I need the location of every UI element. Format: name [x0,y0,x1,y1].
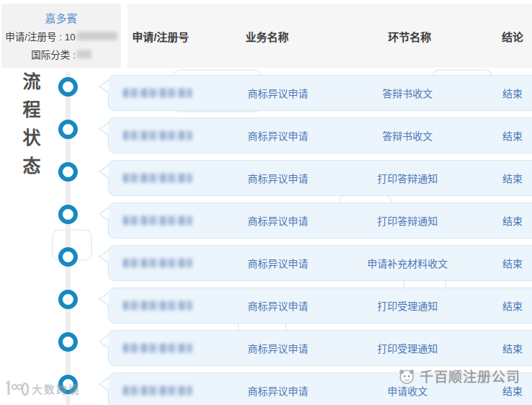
stage-name-cell: 申请补充材料收文 [367,256,448,270]
stage-name-cell: 打印答辩通知 [377,171,438,185]
table-header: 申请/注册号 业务名称 环节名称 结论 [127,4,532,68]
registration-number-redacted [123,344,192,353]
timeline-node [58,120,78,139]
trademark-name: 嘉多賓 [45,10,77,25]
flow-step-row: 商标异议申请 答辩书收文 结束 [108,117,532,153]
registration-number-redacted [77,32,117,40]
watermark-bottom-left: 大数跨境 [4,380,81,396]
stage-name-cell: 打印答辩通知 [377,213,438,228]
business-name-cell: 商标异议申请 [248,383,308,398]
stage-name-cell: 答辩书收文 [382,128,433,143]
registration-number-line: 申请/注册号 : 10 [5,29,117,43]
timeline-node [58,77,78,97]
trademark-flow-status-page: 嘉多賓 申请/注册号 : 10 国际分类 : 申请/注册号 业务名称 环节名称 … [0,0,532,405]
conclusion-cell: 结束 [502,256,523,270]
registration-number-redacted [123,386,192,396]
business-name-cell: 商标异议申请 [248,128,308,143]
column-header-conclusion: 结论 [502,28,523,43]
international-class-label: 国际分类 : [31,47,76,61]
registration-number-redacted [123,131,192,141]
business-name-cell: 商标异议申请 [248,171,308,185]
watermark-bottom-right-text: 千百顺注册公司 [420,366,520,386]
stage-name-cell: 打印受理通知 [377,341,438,355]
timeline-node [58,332,78,352]
flow-step-row: 商标异议申请 打印受理通知 结束 [108,330,532,366]
column-header-stage-name: 环节名称 [388,28,431,43]
dashu-kuajing-logo-icon [4,380,29,396]
flow-step-row: 商标异议申请 打印受理通知 结束 [108,288,532,324]
trademark-info-card: 嘉多賓 申请/注册号 : 10 国际分类 : [1,4,121,68]
international-class-line: 国际分类 : [31,47,91,61]
watermark-bottom-right: 千百顺注册公司 [397,366,520,386]
conclusion-cell: 结束 [502,213,523,228]
international-class-redacted [77,50,91,58]
flow-step-row: 商标异议申请 申请补充材料收文 结束 [108,245,532,281]
timeline-node [58,290,78,309]
business-name-cell: 商标异议申请 [248,341,308,355]
conclusion-cell: 结束 [502,298,523,313]
flow-status-vertical-label: 流程状态 [20,72,40,184]
business-name-cell: 商标异议申请 [248,213,308,228]
stage-name-cell: 答辩书收文 [382,86,433,100]
registration-number-label: 申请/注册号 : 10 [5,29,76,43]
conclusion-cell: 结束 [502,128,523,143]
conclusion-cell: 结束 [502,86,523,100]
flow-step-row: 商标异议申请 打印答辩通知 结束 [108,202,532,239]
flow-step-row: 商标异议申请 答辩书收文 结束 [108,75,532,111]
registration-number-redacted [123,216,192,226]
column-header-registration-number: 申请/注册号 [132,28,189,43]
timeline-node [58,205,78,224]
flow-step-row: 商标异议申请 打印答辩通知 结束 [108,160,532,196]
registration-number-redacted [123,301,192,311]
watermark-bottom-left-text: 大数跨境 [32,381,81,396]
timeline-node [58,247,78,267]
column-header-business-name: 业务名称 [245,28,289,43]
business-name-cell: 商标异议申请 [248,86,308,100]
registration-number-redacted [123,174,192,183]
stage-name-cell: 申请收文 [387,383,428,398]
conclusion-cell: 结束 [502,341,523,355]
registration-number-redacted [123,89,192,98]
conclusion-cell: 结束 [502,383,523,398]
stage-name-cell: 打印受理通知 [377,298,438,313]
registration-number-redacted [123,259,192,268]
timeline-node [58,162,78,182]
business-name-cell: 商标异议申请 [248,298,308,313]
business-name-cell: 商标异议申请 [248,256,308,270]
company-logo-icon [397,367,416,386]
conclusion-cell: 结束 [502,171,523,185]
